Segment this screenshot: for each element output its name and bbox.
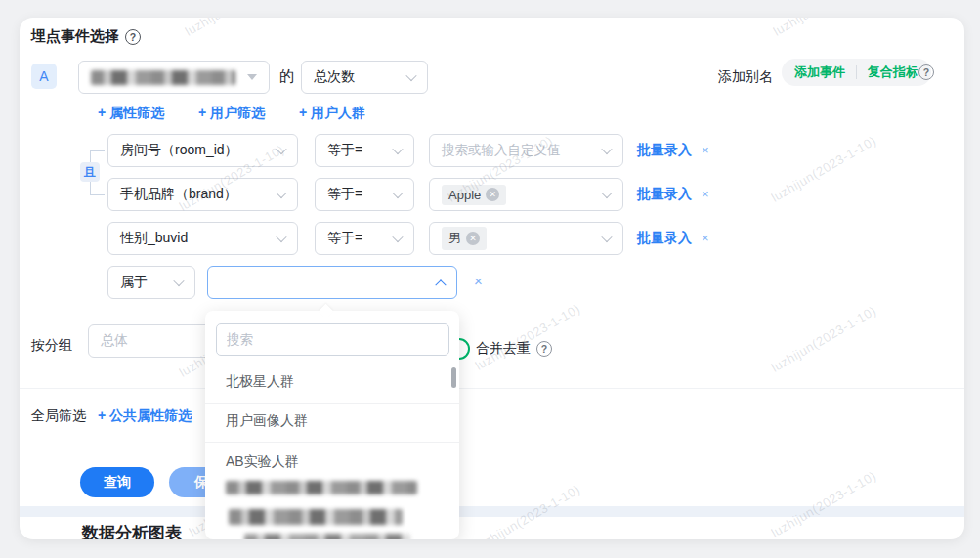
public-attribute-filter-link[interactable]: + 公共属性筛选 [98,408,192,425]
cohort-operator-select[interactable]: 属于 [107,266,195,299]
cohort-value-select[interactable] [207,266,457,299]
value-select[interactable]: 男 ✕ [429,222,623,255]
event-letter-badge: A [31,64,57,89]
group-by-placeholder: 总体 [101,332,222,350]
page-title: 埋点事件选择 ? [31,27,141,46]
cohort-option[interactable]: AB实验人群 [226,453,299,471]
and-badge[interactable]: 且 [80,162,100,182]
chevron-up-icon [435,279,446,290]
query-button[interactable]: 查询 [80,467,154,497]
field-value: 手机品牌（brand） [120,186,270,203]
cohort-option[interactable]: 北极星人群 [226,373,294,391]
and-bracket-stub [90,194,105,195]
remove-filter-icon[interactable]: × [702,187,709,201]
scrollbar-thumb[interactable] [451,367,456,388]
redacted-cohort-option[interactable] [244,534,410,539]
add-user-cohort-link[interactable]: + 用户人群 [299,105,365,122]
metric-value: 总次数 [314,68,400,86]
page-title-text: 埋点事件选择 [31,27,119,46]
alias-label: 添加别名 [718,68,773,86]
dedup-label: 合并去重 [476,340,531,358]
field-select-brand[interactable]: 手机品牌（brand） [107,178,298,211]
remove-cohort-row-icon[interactable]: × [474,273,483,289]
operator-value: 等于= [327,142,386,159]
global-filter-label: 全局筛选 [31,408,86,425]
batch-input-link[interactable]: 批量录入 [637,230,692,245]
metric-select[interactable]: 总次数 [301,61,428,94]
chevron-down-icon [601,188,612,198]
chevron-down-icon [276,232,286,242]
alias-pill: 添加事件 复合指标 [782,59,931,86]
batch-input-link[interactable]: 批量录入 [637,142,692,157]
field-select-gender[interactable]: 性别_buvid [107,222,298,255]
tag-text: Apple [448,188,481,202]
value-tag: Apple ✕ [442,185,506,205]
operator-select[interactable]: 等于= [315,222,414,255]
and-bracket-stub [90,150,105,151]
operator-value: 等于= [327,186,386,203]
operator-select[interactable]: 等于= [315,134,414,167]
cohort-operator-value: 属于 [120,274,167,291]
value-select[interactable]: Apple ✕ [429,178,623,211]
cohort-dropdown-panel: 北极星人群 用户画像人群 AB实验人群 [205,311,459,539]
field-value: 房间号（room_id） [120,142,270,159]
chevron-down-icon [405,70,416,81]
value-select[interactable]: 搜索或输入自定义值 [429,134,623,167]
chevron-down-icon [392,188,403,198]
remove-filter-icon[interactable]: × [702,143,709,157]
operator-select[interactable]: 等于= [315,178,414,211]
redacted-cohort-option[interactable] [226,481,417,494]
tag-text: 男 [448,230,461,247]
alias-help-icon[interactable]: ? [918,64,934,80]
cohort-search-input[interactable] [216,323,449,356]
tag-close-icon[interactable]: ✕ [486,188,499,201]
section-band-divider [20,506,964,517]
pill-divider [856,65,857,79]
composite-metric-button[interactable]: 复合指标 [868,64,918,81]
remove-filter-icon[interactable]: × [702,231,709,245]
value-tag: 男 ✕ [442,227,487,250]
redacted-cohort-option[interactable] [229,509,403,525]
field-select-room-id[interactable]: 房间号（room_id） [107,134,298,167]
list-divider [205,403,459,404]
event-select[interactable] [78,61,270,94]
event-selection-card: 埋点事件选择 ? A 的 总次数 添加别名 添加事件 复合指标 ? + 属性筛选… [20,18,964,539]
title-help-icon[interactable]: ? [125,29,141,45]
batch-input-link[interactable]: 批量录入 [637,186,692,201]
chevron-down-icon [601,144,612,154]
connector-text: 的 [279,67,294,86]
dedup-help-icon[interactable]: ? [536,341,552,357]
bottom-section-title: 数据分析图表 [82,522,182,539]
section-divider [20,388,964,389]
caret-down-icon [247,74,257,80]
chevron-down-icon [276,144,286,154]
operator-value: 等于= [327,230,386,247]
chevron-down-icon [392,232,403,242]
add-user-filter-link[interactable]: + 用户筛选 [198,105,265,122]
chevron-down-icon [276,188,286,198]
add-attribute-filter-link[interactable]: + 属性筛选 [98,105,164,122]
tag-close-icon[interactable]: ✕ [466,232,480,245]
cohort-option[interactable]: 用户画像人群 [226,412,308,430]
chevron-down-icon [601,232,612,242]
chevron-down-icon [173,276,184,286]
field-value: 性别_buvid [120,230,270,247]
add-event-button[interactable]: 添加事件 [794,64,845,81]
group-by-label: 按分组 [31,337,72,355]
list-divider [205,442,459,443]
redacted-event-name [91,70,235,85]
value-placeholder: 搜索或输入自定义值 [442,142,595,159]
chevron-down-icon [392,144,403,154]
